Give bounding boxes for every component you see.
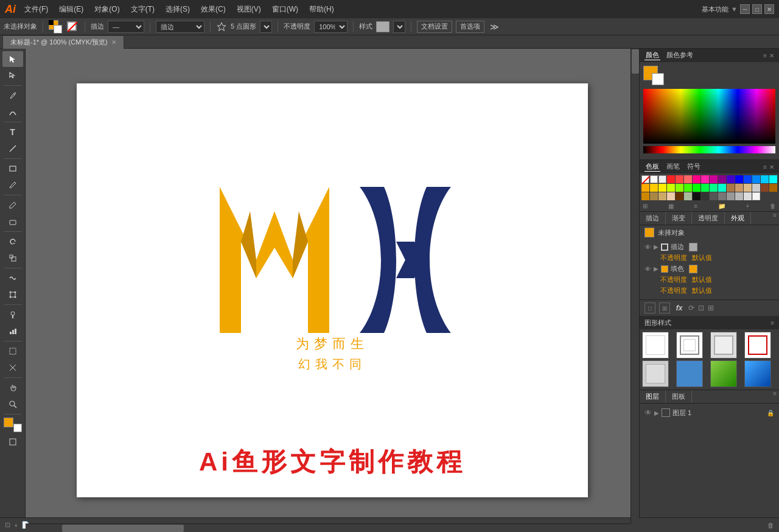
scale-tool[interactable]	[2, 250, 23, 266]
symbols-tab[interactable]: 符号	[686, 162, 702, 172]
swatch-lime2[interactable]	[676, 184, 683, 192]
swatch-pink2[interactable]	[701, 175, 709, 183]
history-icon[interactable]: ⟳	[688, 304, 694, 312]
hand-tool[interactable]	[2, 380, 23, 396]
graphic-style-3[interactable]	[710, 332, 737, 359]
obj-fill-box[interactable]	[645, 228, 654, 237]
swatch-gold3[interactable]	[658, 192, 666, 200]
opacity-dropdown[interactable]: 100%	[314, 21, 348, 33]
swatch-white[interactable]	[650, 175, 658, 183]
swatch-brown4[interactable]	[769, 184, 777, 192]
color-ref-tab[interactable]: 颜色参考	[665, 51, 694, 60]
curvature-tool[interactable]	[2, 104, 23, 120]
swatch-green3[interactable]	[701, 184, 709, 192]
swatch-brown1[interactable]	[727, 184, 735, 192]
stroke-icon[interactable]	[66, 20, 79, 33]
delete-layer-icon[interactable]: 🗑	[767, 522, 774, 529]
stroke-dropdown[interactable]: —	[108, 21, 144, 33]
swatch-purple2[interactable]	[718, 175, 726, 183]
properties-icon[interactable]: □	[645, 303, 655, 313]
symbol-sprayer-tool[interactable]	[2, 307, 23, 323]
swatch-none[interactable]	[641, 175, 649, 183]
pathfinder-icon[interactable]: ⊞	[708, 304, 714, 312]
graphic-style-4[interactable]	[744, 332, 771, 359]
menu-object[interactable]: 对象(O)	[89, 3, 124, 16]
preferences-button[interactable]: 首选项	[456, 21, 484, 33]
swatch-gray3[interactable]	[727, 192, 735, 200]
graphic-style-2[interactable]	[676, 332, 703, 359]
paintbrush-tool[interactable]	[2, 177, 23, 193]
layers-tab[interactable]: 图层	[640, 390, 666, 403]
direct-selection-tool[interactable]	[2, 68, 23, 83]
palette-list-icon[interactable]: ≡	[694, 203, 697, 209]
artboard-tool[interactable]	[2, 343, 23, 359]
warp-tool[interactable]	[2, 270, 23, 286]
menu-select[interactable]: 选择(S)	[161, 3, 195, 16]
swatch-teal1[interactable]	[710, 184, 718, 192]
graphic-style-8[interactable]	[744, 360, 771, 387]
fg-bg-colors[interactable]	[643, 66, 664, 85]
pen-tool[interactable]	[2, 88, 23, 103]
brush-dropdown[interactable]: 描边	[156, 21, 204, 33]
eraser-tool[interactable]	[2, 214, 23, 229]
swatch-light-gray[interactable]	[658, 175, 666, 183]
eye-icon1[interactable]: 👁	[645, 243, 651, 251]
swatch-yellow2[interactable]	[658, 184, 666, 192]
swatch-blue3[interactable]	[752, 175, 760, 183]
zoom-tool[interactable]	[2, 396, 23, 412]
menu-text[interactable]: 文字(T)	[126, 3, 159, 16]
style-box[interactable]	[376, 21, 390, 32]
swatch-off-white[interactable]	[752, 192, 760, 200]
swatch-gray5[interactable]	[744, 192, 752, 200]
close-button[interactable]: ✕	[764, 4, 774, 14]
swatch-dark2[interactable]	[710, 192, 718, 200]
rect-tool[interactable]	[2, 161, 23, 177]
palette-menu-icon[interactable]: ≡	[763, 164, 767, 170]
document-tab[interactable]: 未标题-1* @ 100% (CMYK/预览) ✕	[2, 35, 124, 49]
stroke-swatch[interactable]	[689, 243, 697, 251]
layer-lock-icon[interactable]: 🔒	[767, 410, 774, 416]
transform-icon[interactable]: ⊡	[698, 304, 704, 312]
swatch-gold2[interactable]	[650, 192, 658, 200]
layer-expand-icon[interactable]: ▶	[654, 410, 659, 416]
swatches-tab[interactable]: 色板	[645, 162, 660, 172]
fx-button[interactable]: fx	[674, 303, 685, 313]
transparency-tab[interactable]: 透明度	[692, 212, 725, 225]
swatch-green1[interactable]	[684, 184, 692, 192]
slice-tool[interactable]	[2, 360, 23, 376]
fill-swatch[interactable]	[689, 265, 697, 273]
graphic-style-1[interactable]	[642, 332, 669, 359]
maximize-button[interactable]: □	[752, 4, 762, 14]
swatch-brown3[interactable]	[761, 184, 769, 192]
change-screen-mode[interactable]	[2, 434, 23, 450]
appearance-menu-icon[interactable]: ≡	[770, 212, 779, 225]
doc-settings-button[interactable]: 文档设置	[417, 21, 452, 33]
hue-slider[interactable]	[643, 146, 775, 153]
panel-menu-icon[interactable]: ≡	[763, 52, 767, 59]
swatch-dark-brown[interactable]	[676, 192, 683, 200]
selection-tool[interactable]	[2, 51, 23, 67]
swatch-yellow1[interactable]	[650, 184, 658, 192]
swatch-gray1[interactable]	[752, 184, 760, 192]
swatch-peach1[interactable]	[667, 192, 675, 200]
fill-color-box[interactable]	[661, 265, 668, 273]
swatch-black[interactable]	[693, 192, 700, 200]
minimize-button[interactable]: ─	[740, 4, 750, 14]
more-options-icon[interactable]: ≫	[488, 21, 500, 32]
swatch-pink1[interactable]	[693, 175, 700, 183]
brushes-tab[interactable]: 画笔	[665, 162, 681, 172]
swatch-blue2[interactable]	[744, 175, 752, 183]
panel-close-icon[interactable]: ✕	[769, 52, 774, 59]
swatch-brown2[interactable]	[735, 184, 743, 192]
artboards-tab[interactable]: 图板	[666, 390, 692, 403]
swatch-red1[interactable]	[667, 175, 675, 183]
menu-view[interactable]: 视图(V)	[232, 3, 266, 16]
graph-tool[interactable]	[2, 323, 23, 339]
menu-help[interactable]: 帮助(H)	[304, 3, 339, 16]
fill-stroke-colors[interactable]	[2, 416, 23, 433]
free-transform-tool[interactable]	[2, 287, 23, 303]
gradient-tab[interactable]: 渐变	[666, 212, 692, 225]
shape-dropdown[interactable]: ▼	[260, 21, 272, 33]
swatch-teal2[interactable]	[718, 184, 726, 192]
palette-delete-icon[interactable]: 🗑	[770, 203, 776, 209]
